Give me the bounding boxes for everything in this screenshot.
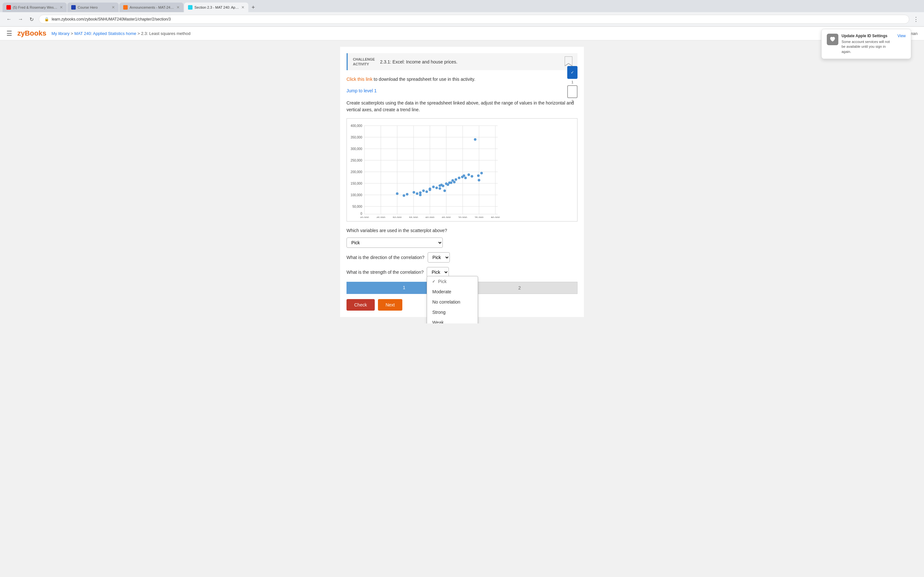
svg-marker-0 [565, 56, 572, 66]
svg-text:300,000: 300,000 [351, 147, 363, 151]
download-text: Click this link to download the spreadsh… [347, 77, 577, 82]
svg-text:400,000: 400,000 [351, 124, 363, 127]
pick-checkmark: ✓ [432, 279, 435, 284]
bookmark-icon [565, 56, 572, 67]
tab-2[interactable]: Course Hero ✕ [67, 3, 119, 12]
dropdown-item-strong[interactable]: Strong [427, 307, 478, 318]
dropdown-pick-label: Pick [438, 279, 446, 284]
question-2-row: What is the direction of the correlation… [347, 252, 577, 263]
next-button[interactable]: Next [378, 299, 403, 311]
back-button[interactable]: ← [5, 15, 13, 23]
svg-point-42 [419, 191, 422, 194]
challenge-header: CHALLENGEACTIVITY 2.3.1: Excel: Income a… [347, 53, 577, 70]
moderate-label: Moderate [432, 289, 451, 294]
tab-3[interactable]: Announcements - MAT-240-J... ✕ [120, 3, 184, 12]
level-1-badge[interactable]: ✓ [567, 66, 577, 79]
svg-point-51 [439, 187, 441, 190]
tab-1[interactable]: (5) Fred & Rosemary West An... ✕ [3, 3, 67, 12]
svg-text:350,000: 350,000 [351, 135, 363, 139]
url-text: learn.zybooks.com/zybook/SNHUMAT240Maste… [52, 17, 904, 21]
breadcrumb: My library > MAT 240: Applied Statistics… [51, 31, 190, 36]
level-1-checkmark: ✓ [571, 70, 574, 75]
app-bar: ☰ zyBooks My library > MAT 240: Applied … [0, 27, 924, 40]
notification-body: Some account services will not be availa… [842, 39, 894, 54]
challenge-label: CHALLENGEACTIVITY [353, 57, 375, 66]
url-bar[interactable]: 🔒 learn.zybooks.com/zybook/SNHUMAT240Mas… [39, 15, 909, 24]
svg-text:60,000: 60,000 [425, 216, 435, 218]
chart-container: 400,000 350,000 300,000 250,000 200,000 … [347, 118, 577, 221]
instruction-text: Create scatterplots using the data in th… [347, 100, 577, 113]
tab-4[interactable]: Section 2.3 - MAT 240: Applie... ✕ [184, 3, 248, 12]
breadcrumb-course[interactable]: MAT 240: Applied Statistics home [74, 31, 136, 36]
dropdown-item-no-correlation[interactable]: No correlation [427, 297, 478, 307]
tab-1-title: (5) Fred & Rosemary West An... [13, 5, 58, 9]
menu-icon[interactable]: ☰ [6, 29, 12, 37]
svg-point-65 [464, 177, 467, 179]
forward-button[interactable]: → [17, 15, 24, 23]
svg-point-45 [425, 190, 428, 193]
check-button[interactable]: Check [347, 299, 375, 311]
variables-select[interactable]: Pick [347, 237, 443, 248]
breadcrumb-current: 2.3: Least squares method [141, 31, 191, 36]
level-2-num: 2 [567, 99, 577, 103]
svg-point-62 [458, 177, 460, 179]
svg-text:50,000: 50,000 [352, 205, 362, 208]
breadcrumb-library[interactable]: My library [51, 31, 69, 36]
extensions-icon: ⋮ [913, 16, 919, 23]
level-2-badge[interactable] [567, 85, 577, 98]
svg-point-64 [463, 174, 465, 177]
svg-point-41 [416, 192, 418, 195]
click-link[interactable]: Click this link [347, 77, 373, 82]
dropdown-item-weak[interactable]: Weak [427, 318, 478, 324]
tab-4-close[interactable]: ✕ [241, 5, 244, 10]
svg-text:150,000: 150,000 [351, 182, 363, 185]
svg-point-67 [471, 175, 473, 177]
tab-2-title: Course Hero [78, 5, 110, 9]
tab-bar: (5) Fred & Rosemary West An... ✕ Course … [0, 0, 924, 12]
tab-3-close[interactable]: ✕ [176, 5, 180, 10]
direction-select[interactable]: Pick [428, 252, 450, 263]
svg-point-37 [396, 192, 399, 195]
reload-button[interactable]: ↻ [28, 15, 35, 24]
svg-text:70,000: 70,000 [458, 216, 467, 218]
question-3-label: What is the strength of the correlation? [347, 269, 423, 275]
jump-to-level-link[interactable]: Jump to level 1 [347, 88, 376, 93]
zybooks-logo[interactable]: zyBooks [17, 29, 46, 37]
svg-point-66 [467, 173, 470, 176]
svg-text:0: 0 [360, 212, 362, 215]
tab-4-title: Section 2.3 - MAT 240: Applie... [194, 5, 239, 9]
strength-dropdown: ✓ Pick Moderate No correlation Strong We… [427, 276, 478, 324]
svg-point-39 [406, 193, 409, 195]
svg-text:80,000: 80,000 [491, 216, 500, 218]
new-tab-button[interactable]: + [249, 3, 258, 12]
svg-point-60 [453, 181, 456, 183]
scatterplot-chart: 400,000 350,000 300,000 250,000 200,000 … [350, 122, 504, 218]
weak-label: Weak [432, 320, 444, 324]
svg-text:65,000: 65,000 [442, 216, 451, 218]
dropdown-item-moderate[interactable]: Moderate [427, 287, 478, 297]
svg-text:250,000: 250,000 [351, 159, 363, 162]
apple-icon [827, 34, 838, 45]
svg-point-48 [432, 185, 435, 188]
svg-text:100,000: 100,000 [351, 193, 363, 197]
svg-point-53 [442, 185, 444, 187]
svg-point-40 [413, 191, 415, 193]
no-correlation-label: No correlation [432, 300, 460, 305]
tab-1-favicon [6, 5, 11, 10]
notification-view-button[interactable]: View [897, 34, 906, 38]
download-suffix: to download the spreadsheet for use in t… [373, 77, 475, 82]
question-3-row: What is the strength of the correlation?… [347, 267, 577, 277]
level-1-num: 1 [567, 80, 577, 84]
tab-1-close[interactable]: ✕ [60, 5, 63, 10]
strength-select-container: Pick ✓ Pick Moderate No correlation [427, 267, 449, 277]
svg-point-69 [477, 174, 480, 177]
dropdown-item-pick[interactable]: ✓ Pick [427, 276, 478, 287]
svg-point-47 [429, 189, 431, 191]
tab-2-close[interactable]: ✕ [111, 5, 115, 10]
notification-popup: Update Apple ID Settings Some account se… [821, 29, 911, 59]
svg-point-61 [455, 178, 457, 181]
svg-point-38 [403, 194, 405, 197]
svg-text:50,000: 50,000 [393, 216, 402, 218]
progress-tab-2[interactable]: 2 [462, 282, 577, 294]
challenge-label-text: CHALLENGEACTIVITY [353, 57, 375, 66]
